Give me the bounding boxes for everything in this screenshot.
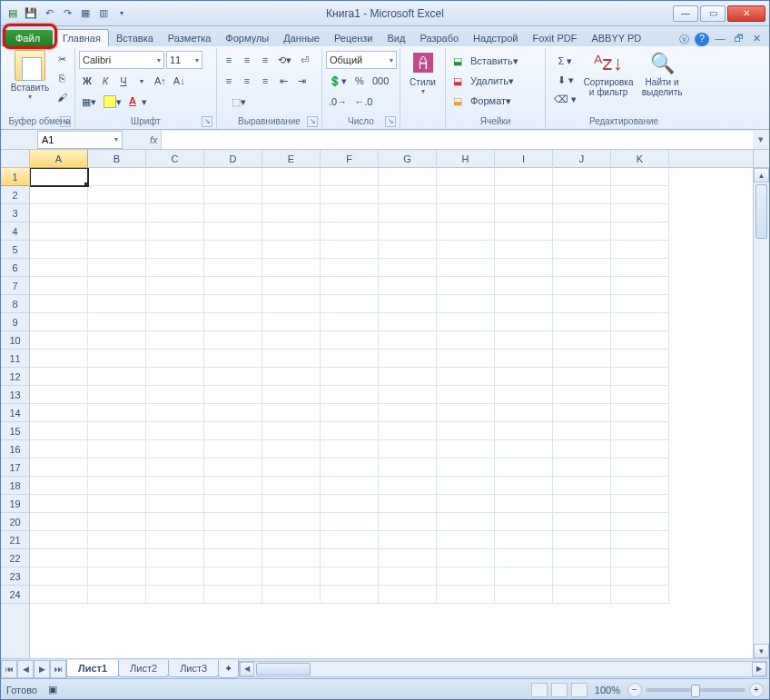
font-size-combo[interactable]: 11▾ xyxy=(166,51,202,69)
cell[interactable] xyxy=(146,586,204,604)
format-painter-icon[interactable]: 🖌 xyxy=(54,88,70,106)
cell[interactable] xyxy=(611,404,669,422)
cell[interactable] xyxy=(146,368,204,386)
cell[interactable] xyxy=(437,495,495,513)
cell[interactable] xyxy=(495,222,553,241)
tab-foxit[interactable]: Foxit PDF xyxy=(526,30,585,46)
increase-decimal-icon[interactable]: .0→ xyxy=(326,93,350,111)
cell[interactable] xyxy=(437,549,495,567)
view-pagebreak-icon[interactable] xyxy=(571,683,587,697)
cell[interactable] xyxy=(146,241,204,259)
clear-icon[interactable]: ⌫ ▾ xyxy=(551,90,579,108)
cell[interactable] xyxy=(321,422,379,440)
cell[interactable] xyxy=(437,513,495,531)
cell[interactable] xyxy=(611,567,669,586)
cell[interactable] xyxy=(30,440,88,458)
cell[interactable] xyxy=(437,295,495,313)
comma-icon[interactable]: 000 xyxy=(370,72,391,90)
cell[interactable] xyxy=(204,168,262,186)
doc-close-icon[interactable]: ✕ xyxy=(749,33,764,46)
new-sheet-icon[interactable]: ✦ xyxy=(218,660,239,678)
cell[interactable] xyxy=(146,350,204,368)
cell[interactable] xyxy=(30,458,88,477)
cell[interactable] xyxy=(379,204,437,222)
paste-button[interactable]: Вставить ▾ xyxy=(8,48,52,103)
cell[interactable] xyxy=(611,440,669,458)
align-top-icon[interactable]: ≡ xyxy=(221,51,237,69)
cell[interactable] xyxy=(88,549,146,567)
formula-input[interactable] xyxy=(161,131,753,149)
row-header-4[interactable]: 4 xyxy=(1,222,29,241)
cell[interactable] xyxy=(30,241,88,259)
cell[interactable] xyxy=(146,295,204,313)
cell[interactable] xyxy=(204,531,262,549)
clipboard-launcher-icon[interactable]: ↘ xyxy=(60,116,71,127)
cell[interactable] xyxy=(146,222,204,241)
save-icon[interactable]: 💾 xyxy=(23,5,39,22)
row-header-12[interactable]: 12 xyxy=(1,368,29,386)
cell[interactable] xyxy=(204,241,262,259)
cell[interactable] xyxy=(88,331,146,350)
cell[interactable] xyxy=(262,204,321,222)
column-header-E[interactable]: E xyxy=(262,150,321,168)
cell[interactable] xyxy=(321,477,379,495)
cell[interactable] xyxy=(88,586,146,604)
cell[interactable] xyxy=(204,386,262,404)
cell[interactable] xyxy=(553,331,611,350)
cell[interactable] xyxy=(321,259,379,277)
row-header-17[interactable]: 17 xyxy=(1,458,29,477)
cell[interactable] xyxy=(146,204,204,222)
cell[interactable] xyxy=(437,477,495,495)
row-header-7[interactable]: 7 xyxy=(1,277,29,295)
styles-button[interactable]: 🅰 Стили ▾ xyxy=(404,48,441,97)
fill-color-icon[interactable]: ▾ xyxy=(101,93,124,111)
cell[interactable] xyxy=(88,531,146,549)
number-launcher-icon[interactable]: ↘ xyxy=(385,116,396,127)
zoom-out-button[interactable]: − xyxy=(627,683,642,697)
cell[interactable] xyxy=(88,495,146,513)
row-header-18[interactable]: 18 xyxy=(1,477,29,495)
cell[interactable] xyxy=(146,513,204,531)
formula-expand-icon[interactable]: ▾ xyxy=(753,133,769,145)
cell[interactable] xyxy=(437,277,495,295)
cell[interactable] xyxy=(379,404,437,422)
column-header-F[interactable]: F xyxy=(321,150,379,168)
column-header-K[interactable]: K xyxy=(611,150,669,168)
select-all-button[interactable] xyxy=(1,150,30,168)
cell[interactable] xyxy=(88,259,146,277)
macro-record-icon[interactable]: ▣ xyxy=(48,684,57,695)
cell[interactable] xyxy=(262,477,321,495)
cell[interactable] xyxy=(146,567,204,586)
cell[interactable] xyxy=(321,404,379,422)
cell[interactable] xyxy=(321,186,379,204)
close-button[interactable]: ✕ xyxy=(727,5,765,22)
insert-cells-button[interactable]: Вставить ▾ xyxy=(468,52,528,70)
cell[interactable] xyxy=(495,331,553,350)
cell[interactable] xyxy=(88,313,146,331)
cell[interactable] xyxy=(321,204,379,222)
zoom-in-button[interactable]: + xyxy=(749,683,764,697)
cell[interactable] xyxy=(379,440,437,458)
cell[interactable] xyxy=(379,567,437,586)
sort-filter-button[interactable]: ᴬᴢ↓ Сортировка и фильтр xyxy=(581,48,636,99)
column-header-B[interactable]: B xyxy=(88,150,146,168)
cell[interactable] xyxy=(262,404,321,422)
cell[interactable] xyxy=(321,331,379,350)
minimize-button[interactable]: — xyxy=(673,5,698,22)
cell[interactable] xyxy=(553,222,611,241)
row-header-3[interactable]: 3 xyxy=(1,204,29,222)
cell[interactable] xyxy=(88,422,146,440)
cell[interactable] xyxy=(204,458,262,477)
tab-review[interactable]: Рецензи xyxy=(327,30,380,46)
cell[interactable] xyxy=(437,531,495,549)
scroll-up-icon[interactable]: ▲ xyxy=(754,168,769,182)
cell[interactable] xyxy=(379,168,437,186)
cell[interactable] xyxy=(146,168,204,186)
cell[interactable] xyxy=(30,513,88,531)
redo-icon[interactable]: ↷ xyxy=(59,5,75,22)
sheet-tab-3[interactable]: Лист3 xyxy=(168,660,219,677)
cell[interactable] xyxy=(611,368,669,386)
scroll-down-icon[interactable]: ▼ xyxy=(754,644,769,658)
cell[interactable] xyxy=(553,204,611,222)
cell[interactable] xyxy=(204,586,262,604)
